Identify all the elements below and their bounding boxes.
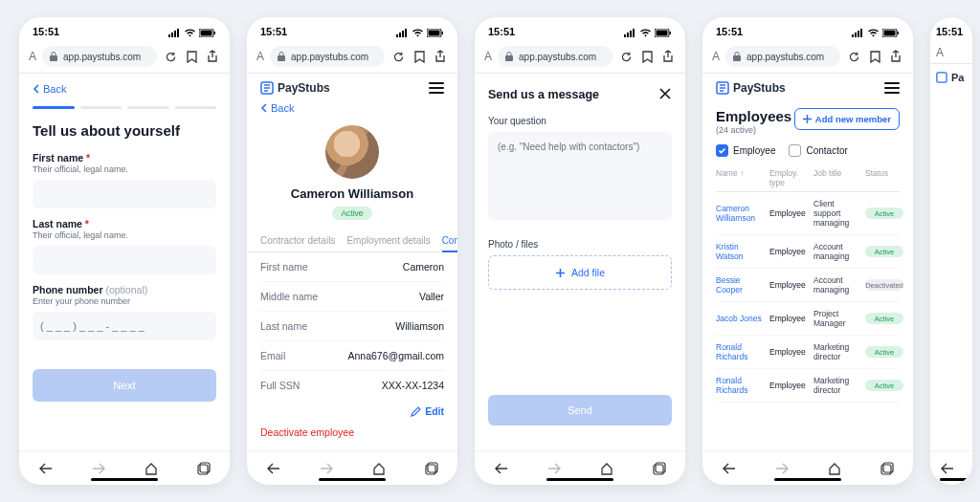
ios-status-bar: 15:51 [19, 17, 230, 42]
pencil-icon [411, 406, 421, 417]
text-size-icon[interactable]: A [29, 50, 36, 63]
bookmark-icon[interactable] [867, 49, 882, 64]
svg-rect-15 [429, 30, 440, 35]
home-indicator[interactable] [546, 478, 613, 481]
files-label: Photo / files [488, 239, 672, 250]
add-member-button[interactable]: Add new member [794, 108, 900, 130]
brand-logo[interactable]: PayStubs [260, 81, 330, 95]
profile-content: PayStubs Back Cameron Williamson Active … [247, 74, 457, 450]
share-icon[interactable] [888, 49, 903, 64]
phone-input[interactable] [33, 312, 216, 340]
nav-forward-icon[interactable] [546, 461, 562, 476]
employee-name-link[interactable]: Kristin Watson [716, 242, 766, 261]
field-last-name: Last nameWilliamson [260, 312, 444, 341]
text-size-icon[interactable]: A [484, 50, 492, 63]
phone-message: 15:51 A app.paystubs.com Send us a messa… [475, 17, 685, 485]
home-icon[interactable] [371, 461, 387, 476]
avatar[interactable] [325, 125, 379, 179]
tabs-icon[interactable] [196, 461, 212, 476]
employee-name-link[interactable]: Jacob Jones [716, 314, 766, 323]
modal-title: Send us a message [488, 88, 599, 101]
employee-name-link[interactable]: Cameron Williamson [716, 204, 766, 223]
nav-back-icon[interactable] [266, 461, 281, 476]
url-field[interactable]: app.paystubs.com [725, 46, 840, 67]
col-name[interactable]: Name [716, 168, 766, 187]
bookmark-icon[interactable] [412, 49, 427, 64]
share-icon[interactable] [433, 49, 448, 64]
text-size-icon[interactable]: A [936, 46, 944, 59]
phone-partial: 15:51 A Pa [930, 17, 972, 485]
brand-text: PayStubs [278, 81, 330, 95]
nav-back-icon[interactable] [722, 461, 737, 476]
tab-employment-details[interactable]: Employment details [346, 229, 430, 251]
deactivate-link[interactable]: Deactivate employee [260, 423, 444, 442]
nav-back-icon[interactable] [494, 461, 509, 476]
tab-contractor-details[interactable]: Contractor details [260, 229, 335, 251]
home-indicator[interactable] [91, 478, 158, 481]
plus-icon [803, 115, 812, 123]
progress-step-2 [80, 106, 122, 109]
home-icon[interactable] [599, 461, 614, 476]
nav-forward-icon[interactable] [774, 461, 790, 476]
brand-logo[interactable]: PayStubs [716, 81, 786, 95]
back-link[interactable]: Back [33, 74, 216, 100]
brand-logo[interactable]: Pa [936, 72, 967, 83]
bookmark-icon[interactable] [639, 49, 655, 64]
first-name-input[interactable] [33, 180, 216, 208]
employees-content: PayStubs Employees (24 active) Add new m… [702, 74, 913, 450]
url-field[interactable]: app.paystubs.com [498, 46, 612, 67]
home-indicator[interactable] [319, 478, 386, 481]
tabs-icon[interactable] [424, 461, 439, 476]
url-field[interactable]: app.paystubs.com [42, 46, 157, 67]
employee-name-link[interactable]: Bessie Cooper [716, 275, 766, 295]
menu-icon[interactable] [884, 82, 900, 94]
employee-job: Project Manager [813, 309, 861, 328]
last-name-input[interactable] [33, 246, 216, 274]
add-file-dropzone[interactable]: Add file [488, 255, 672, 290]
contactor-filter-label: Contactor [806, 145, 847, 156]
home-icon[interactable] [827, 461, 842, 476]
nav-back-icon[interactable] [38, 461, 54, 476]
menu-icon[interactable] [429, 82, 444, 94]
question-textarea[interactable] [488, 132, 672, 220]
col-type[interactable]: Employ. type [769, 168, 810, 187]
employee-name-link[interactable]: Ronald Richards [716, 342, 766, 361]
nav-back-icon[interactable] [940, 461, 955, 476]
status-badge: Active [865, 380, 903, 391]
employee-filter[interactable]: Employee [716, 144, 775, 157]
next-button[interactable]: Next [33, 369, 216, 402]
url-field[interactable]: app.paystubs.com [270, 46, 385, 67]
col-status[interactable]: Status [865, 168, 903, 187]
ios-status-bar: 15:51 [702, 17, 913, 42]
reload-icon[interactable] [846, 49, 861, 64]
employee-name-link[interactable]: Ronald Richards [716, 376, 766, 395]
col-job[interactable]: Job title [813, 168, 861, 187]
svg-rect-0 [168, 34, 170, 37]
reload-icon[interactable] [163, 49, 178, 64]
bookmark-icon[interactable] [184, 49, 199, 64]
share-icon[interactable] [660, 49, 676, 64]
nav-forward-icon[interactable] [91, 461, 106, 476]
text-size-icon[interactable]: A [712, 50, 720, 63]
signal-icon [624, 29, 636, 37]
reload-icon[interactable] [618, 49, 634, 64]
back-link[interactable]: Back [260, 102, 444, 120]
tabs-icon[interactable] [880, 461, 895, 476]
tab-compensation[interactable]: Compen [442, 229, 457, 252]
home-indicator[interactable] [940, 478, 969, 481]
text-size-icon[interactable]: A [256, 50, 264, 63]
wifi-icon [639, 29, 652, 37]
tabs-icon[interactable] [652, 461, 667, 476]
home-icon[interactable] [144, 461, 159, 476]
send-button[interactable]: Send [488, 395, 672, 426]
svg-rect-37 [898, 32, 900, 34]
home-indicator[interactable] [774, 478, 841, 481]
svg-rect-2 [174, 31, 176, 37]
share-icon[interactable] [205, 49, 220, 64]
svg-rect-21 [624, 34, 626, 37]
reload-icon[interactable] [390, 49, 406, 64]
contactor-filter[interactable]: Contactor [789, 144, 847, 157]
nav-forward-icon[interactable] [319, 461, 334, 476]
close-icon[interactable] [658, 87, 672, 102]
edit-button[interactable]: Edit [260, 400, 444, 423]
